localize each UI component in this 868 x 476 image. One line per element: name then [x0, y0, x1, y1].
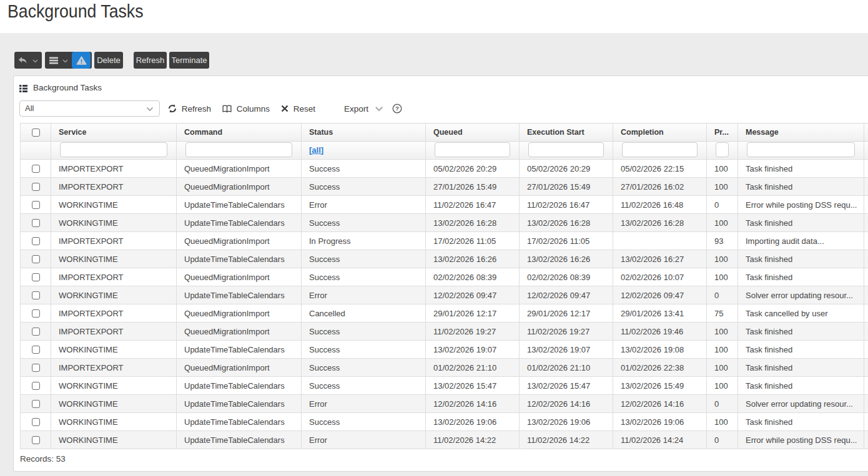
svg-text:?: ?: [395, 105, 399, 112]
